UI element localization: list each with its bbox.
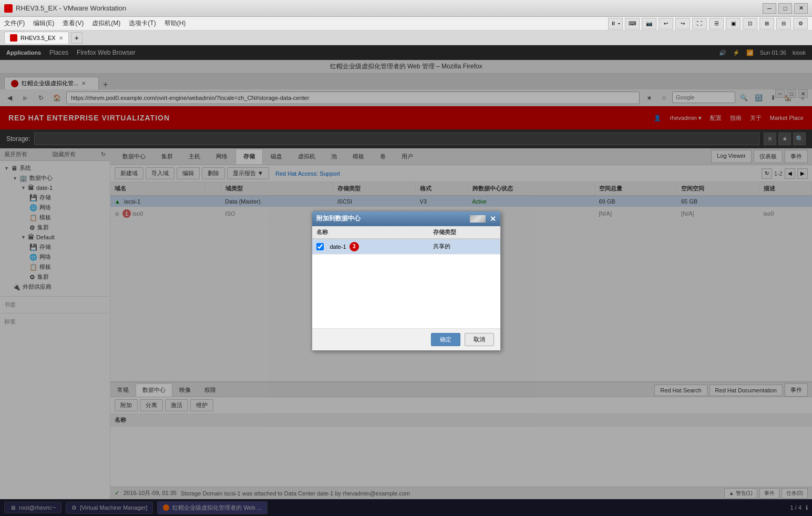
pause-button[interactable]: ⏸ ▾ xyxy=(608,18,623,29)
vmware-menubar: 文件(F) 编辑(E) 查看(V) 虚拟机(M) 选项卡(T) 帮助(H) ⏸ … xyxy=(0,17,812,31)
vmware-title: RHEV3.5_EX - VMware Workstation xyxy=(16,4,763,12)
fit3-button[interactable]: ⊟ xyxy=(776,18,791,29)
fullscreen-button[interactable]: ⛶ xyxy=(692,18,707,29)
menu-file[interactable]: 文件(F) xyxy=(4,19,25,28)
vm-tab[interactable]: RHEV3.5_EX ✕ xyxy=(4,32,69,44)
modal-table-empty xyxy=(312,255,500,328)
snapshot1-button[interactable]: 📷 xyxy=(642,18,656,29)
menu-edit[interactable]: 编辑(E) xyxy=(33,19,54,28)
modal-col-storage: 存储类型 xyxy=(433,228,496,236)
view-button[interactable]: ▣ xyxy=(726,18,741,29)
modal-content: 名称 存储类型 date-1 3 共享的 xyxy=(312,226,500,328)
modal-col-name: 名称 xyxy=(316,228,433,236)
menu-tabs[interactable]: 选项卡(T) xyxy=(129,19,156,28)
row-checkbox[interactable] xyxy=(316,243,324,250)
window-controls: ─ □ ✕ xyxy=(763,3,808,14)
row-badge: 3 xyxy=(350,242,359,251)
modal-row-col1: date-1 3 xyxy=(316,242,433,251)
cancel-button[interactable]: 取消 xyxy=(465,333,494,346)
vm-tab-label: RHEV3.5_EX xyxy=(20,35,56,41)
snapshot2-button[interactable]: ↩ xyxy=(659,18,673,29)
modal-decor xyxy=(470,215,486,222)
menu-help[interactable]: 帮助(H) xyxy=(165,19,186,28)
menu-view[interactable]: 查看(V) xyxy=(63,19,84,28)
modal-table-row[interactable]: date-1 3 共享的 xyxy=(312,239,500,255)
prefs-button[interactable]: ⚙ xyxy=(793,18,808,29)
modal-title: 附加到数据中心 xyxy=(316,214,361,223)
modal-row-name: date-1 xyxy=(330,244,346,250)
vmware-titlebar: RHEV3.5_EX - VMware Workstation ─ □ ✕ xyxy=(0,0,812,17)
modal-table-header: 名称 存储类型 xyxy=(312,226,500,239)
maximize-button[interactable]: □ xyxy=(778,3,792,14)
snapshot3-button[interactable]: ↪ xyxy=(675,18,690,29)
modal-titlebar: 附加到数据中心 ✕ xyxy=(312,211,500,226)
send-key-button[interactable]: ⌨ xyxy=(625,18,640,29)
confirm-button[interactable]: 确定 xyxy=(431,333,460,346)
close-button[interactable]: ✕ xyxy=(794,3,808,14)
vmware-toolbar: ⏸ ▾ ⌨ 📷 ↩ ↪ ⛶ ☰ ▣ ⊡ ⊞ ⊟ ⚙ xyxy=(608,18,808,29)
new-tab-button[interactable]: + xyxy=(71,32,83,44)
modal-footer: 确定 取消 xyxy=(312,328,500,350)
minimize-button[interactable]: ─ xyxy=(763,3,776,14)
modal-overlay: 附加到数据中心 ✕ 名称 存储类型 date-1 3 共享的 确定 取消 xyxy=(0,45,812,516)
fit-button[interactable]: ⊡ xyxy=(743,18,757,29)
attach-modal: 附加到数据中心 ✕ 名称 存储类型 date-1 3 共享的 确定 取消 xyxy=(312,211,501,351)
vm-tab-close[interactable]: ✕ xyxy=(59,35,63,41)
fit2-button[interactable]: ⊞ xyxy=(759,18,774,29)
vmware-tabbar: RHEV3.5_EX ✕ + xyxy=(0,31,812,45)
unity-button[interactable]: ☰ xyxy=(709,18,724,29)
vmware-icon xyxy=(4,4,13,13)
menu-vm[interactable]: 虚拟机(M) xyxy=(92,19,120,28)
modal-close-button[interactable]: ✕ xyxy=(490,215,496,223)
vm-tab-icon xyxy=(10,34,17,42)
modal-row-storage: 共享的 xyxy=(433,242,496,250)
